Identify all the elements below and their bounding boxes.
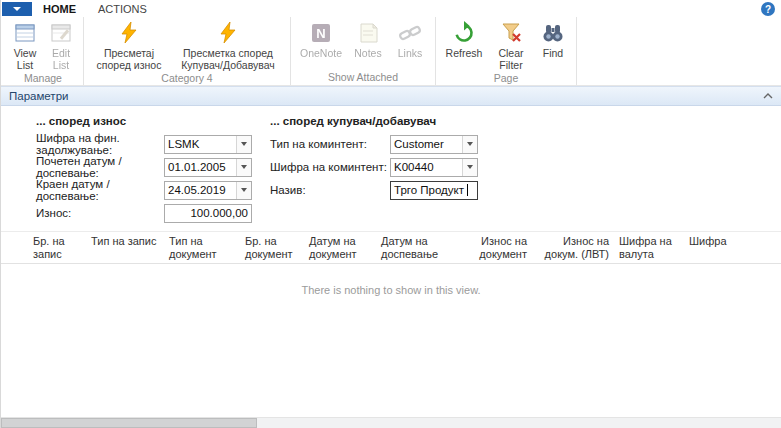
start-date-input[interactable]: 01.01.2005 (164, 158, 252, 177)
group-name-show-attached: Show Attached (295, 70, 431, 85)
end-date-label: Краен датум / доспевање: (36, 178, 164, 202)
fin-code-input[interactable]: LSMK (164, 135, 252, 154)
help-button[interactable]: ? (761, 2, 775, 16)
caret-down-icon (467, 142, 473, 146)
button-label: Refresh (446, 47, 483, 59)
column-header-record-no[interactable]: Бр. на запис (33, 235, 91, 261)
calculate-by-customer-vendor-button[interactable]: Пресметка според Купувач/Добавувач (170, 18, 286, 71)
view-list-button[interactable]: View List (7, 18, 43, 71)
caret-down-icon (241, 188, 247, 192)
column-header-document-amount[interactable]: Износ на документ (471, 235, 537, 261)
onenote-icon: N (308, 20, 334, 46)
ribbon: View List Edit List Manage (1, 17, 781, 86)
dropdown-button[interactable] (236, 182, 251, 199)
name-input[interactable]: Трго Продукт (390, 181, 478, 200)
start-date-value: 01.01.2005 (165, 161, 236, 173)
end-date-input[interactable]: 24.05.2019 (164, 181, 252, 200)
chevron-up-icon (763, 93, 773, 99)
tab-home[interactable]: HOME (32, 1, 87, 17)
fin-code-value: LSMK (165, 138, 236, 150)
button-label: Notes (354, 47, 381, 59)
button-label: View List (9, 47, 41, 71)
svg-text:N: N (316, 26, 325, 41)
button-label: Clear Filter (490, 47, 532, 71)
name-value: Трго Продукт (391, 184, 467, 196)
group-name-manage: Manage (7, 71, 79, 86)
contact-code-value: K00440 (391, 161, 462, 173)
dropdown-button[interactable] (462, 136, 477, 153)
dropdown-button[interactable] (462, 159, 477, 176)
button-label: Find (543, 47, 563, 59)
parameters-section-header[interactable]: Параметри (1, 86, 781, 106)
column-header-document-no[interactable]: Бр. на документ (245, 235, 309, 261)
lightning-icon (215, 20, 241, 46)
clear-filter-icon (498, 20, 524, 46)
refresh-icon (451, 20, 477, 46)
dropdown-button[interactable] (236, 136, 251, 153)
chevron-down-icon (13, 7, 21, 11)
onenote-button[interactable]: N OneNote (295, 18, 347, 59)
notes-icon (355, 20, 381, 46)
links-button[interactable]: Links (389, 18, 431, 59)
caret-down-icon (241, 142, 247, 146)
fin-code-label: Шифра на фин. задолжување: (36, 132, 164, 156)
view-list-icon (12, 20, 38, 46)
lightning-icon (116, 20, 142, 46)
caret-down-icon (467, 165, 473, 169)
column-header-amount-lcy[interactable]: Износ на докум. (ЛВТ) (537, 235, 619, 261)
app-menu-button[interactable] (2, 2, 32, 16)
calculate-by-amount-button[interactable]: Пресметај според износ (88, 18, 170, 71)
ribbon-group-category4: Пресметај според износ Пресметка според … (84, 17, 291, 85)
horizontal-scrollbar[interactable] (1, 417, 781, 428)
parameters-title: Параметри (9, 90, 68, 102)
empty-view-message: There is nothing to show in this view. (1, 284, 781, 296)
customer-filter-group: ... според купувач/добавувач Тип на коми… (270, 115, 478, 231)
amount-filter-group: ... според износ Шифра на фин. задолжува… (36, 115, 252, 231)
find-button[interactable]: Find (534, 18, 572, 59)
links-icon (397, 20, 423, 46)
group-name-category4: Category 4 (88, 71, 286, 86)
column-header-currency-code[interactable]: Шифра на валута (619, 235, 689, 261)
column-header-due-date[interactable]: Датум на доспевање (381, 235, 471, 261)
contact-type-select[interactable]: Customer (390, 135, 478, 154)
ribbon-group-show-attached: N OneNote Notes (291, 17, 436, 85)
scrollbar-thumb[interactable] (1, 418, 257, 428)
tab-actions[interactable]: ACTIONS (87, 1, 158, 17)
amount-input[interactable]: 100.000,00 (164, 204, 252, 223)
group-name-page: Page (440, 71, 572, 86)
customer-group-title: ... според купувач/добавувач (270, 115, 478, 127)
contact-code-input[interactable]: K00440 (390, 158, 478, 177)
amount-label: Износ: (36, 207, 164, 219)
dropdown-button[interactable] (236, 159, 251, 176)
start-date-label: Почетен датум / доспевање: (36, 155, 164, 179)
column-header-code[interactable]: Шифра (689, 235, 735, 248)
parameters-panel: ... според износ Шифра на фин. задолжува… (1, 106, 781, 231)
contact-code-label: Шифра на коминтент: (270, 161, 390, 173)
caret-down-icon (241, 165, 247, 169)
button-label: OneNote (300, 47, 342, 59)
button-label: Edit List (45, 47, 77, 71)
button-label: Пресметка според Купувач/Добавувач (172, 47, 284, 71)
column-header-document-type[interactable]: Тип на документ (169, 235, 245, 261)
notes-button[interactable]: Notes (347, 18, 389, 59)
find-icon (540, 20, 566, 46)
amount-value: 100.000,00 (165, 207, 251, 219)
column-header-document-date[interactable]: Датум на документ (309, 235, 381, 261)
edit-list-icon (48, 20, 74, 46)
text-cursor (467, 184, 468, 196)
clear-filter-button[interactable]: Clear Filter (488, 18, 534, 71)
column-header-record-type[interactable]: Тип на запис (91, 235, 169, 248)
table-header-row: Бр. на запис Тип на запис Тип на докумен… (1, 231, 781, 264)
contact-type-label: Тип на коминтент: (270, 138, 390, 150)
end-date-value: 24.05.2019 (165, 184, 236, 196)
amount-group-title: ... според износ (36, 115, 252, 127)
ribbon-group-page: Refresh Clear Filter (436, 17, 577, 85)
contact-type-value: Customer (391, 138, 462, 150)
ribbon-tab-row: HOME ACTIONS (1, 0, 781, 17)
edit-list-button[interactable]: Edit List (43, 18, 79, 71)
collapse-section-button[interactable] (763, 93, 773, 99)
button-label: Links (398, 47, 423, 59)
button-label: Пресметај според износ (90, 47, 168, 71)
name-label: Назив: (270, 184, 390, 196)
refresh-button[interactable]: Refresh (440, 18, 488, 59)
